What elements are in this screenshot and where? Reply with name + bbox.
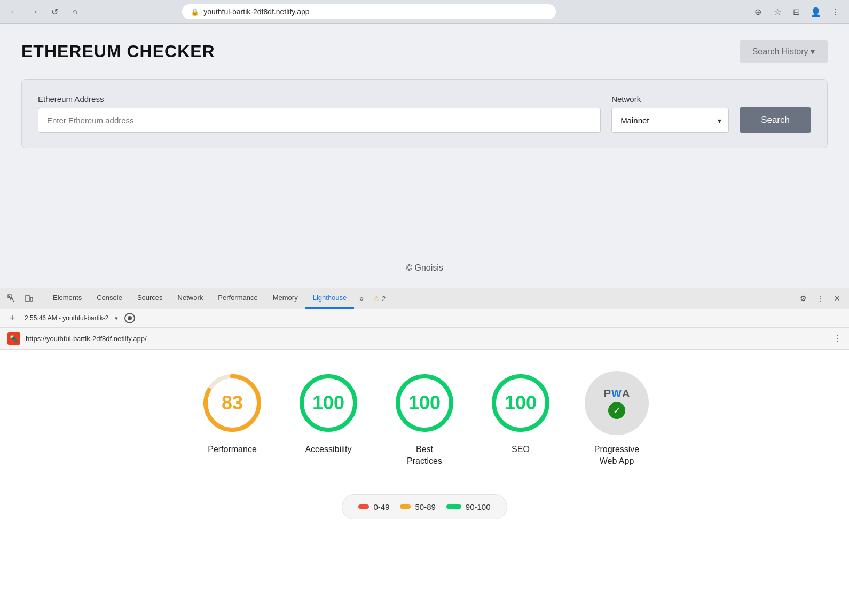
score-item-seo: 100 SEO — [489, 371, 553, 455]
legend-orange-dot — [400, 504, 411, 509]
svg-rect-2 — [30, 297, 33, 301]
form-row: Ethereum Address Network Mainnet Ropsten… — [38, 94, 811, 133]
lock-icon: 🔒 — [191, 8, 199, 16]
report-dropdown-button[interactable]: ▾ — [115, 315, 118, 322]
pwa-a-letter: A — [622, 388, 630, 400]
devtools-content-wrapper: 83 Performance 100 Accessibility — [0, 350, 849, 616]
search-history-button[interactable]: Search History ▾ — [740, 40, 828, 63]
more-tabs-button[interactable]: » — [354, 290, 369, 307]
tab-network[interactable]: Network — [170, 288, 211, 309]
network-field-group: Network Mainnet Ropsten Rinkeby Goerli — [611, 94, 729, 133]
warning-icon: ⚠ — [373, 295, 380, 303]
settings-button[interactable]: ⚙ — [796, 291, 811, 306]
scores-row: 83 Performance 100 Accessibility — [32, 371, 817, 468]
pwa-circle: P W A ✓ — [585, 371, 649, 435]
audited-url: https://youthful-bartik-2df8df.netlify.a… — [26, 335, 147, 343]
browser-actions: ⊕ ☆ ⊟ 👤 ⋮ — [751, 4, 843, 19]
svg-rect-1 — [25, 296, 30, 301]
bookmark-button[interactable]: ☆ — [770, 4, 785, 19]
legend-red-dot — [358, 504, 369, 509]
score-item-pwa: P W A ✓ ProgressiveWeb App — [585, 371, 649, 468]
seo-label: SEO — [512, 444, 530, 455]
devtools-right-icons: ⚙ ⋮ ✕ — [796, 291, 845, 306]
tab-console[interactable]: Console — [89, 288, 130, 309]
tab-performance[interactable]: Performance — [210, 288, 265, 309]
warning-count: 2 — [382, 295, 386, 303]
seo-score: 100 — [505, 392, 537, 414]
pwa-label: ProgressiveWeb App — [594, 444, 639, 468]
performance-circle: 83 — [200, 371, 264, 435]
devtools-warnings: ⚠ 2 — [369, 295, 390, 303]
device-toggle-button[interactable] — [21, 291, 36, 306]
score-item-accessibility: 100 Accessibility — [296, 371, 360, 455]
pwa-p-letter: P — [604, 388, 611, 400]
cancel-button[interactable] — [124, 313, 135, 323]
lighthouse-icon-text: 🔦 — [10, 335, 18, 343]
address-label: Ethereum Address — [38, 94, 601, 104]
network-select-wrapper: Mainnet Ropsten Rinkeby Goerli — [611, 108, 729, 133]
devtools-sub-toolbar: + 2:55:46 AM - youthful-bartik-2 ▾ — [0, 309, 849, 328]
address-field-group: Ethereum Address — [38, 94, 601, 133]
legend-green-dot — [446, 504, 461, 509]
accessibility-label: Accessibility — [305, 444, 351, 455]
url-text: youthful-bartik-2df8df.netlify.app — [203, 7, 309, 16]
legend-red-range: 0-49 — [373, 502, 389, 511]
back-button[interactable]: ← — [6, 4, 21, 19]
address-bar[interactable]: 🔒 youthful-bartik-2df8df.netlify.app — [182, 4, 556, 19]
score-item-performance: 83 Performance — [200, 371, 264, 455]
tab-memory[interactable]: Memory — [265, 288, 305, 309]
legend-orange: 50-89 — [400, 502, 435, 511]
reload-button[interactable]: ↺ — [47, 4, 62, 19]
gnosis-credit: © Gnoisis — [0, 248, 849, 288]
legend-red: 0-49 — [358, 502, 389, 511]
search-button[interactable]: Search — [740, 107, 811, 133]
best-practices-score: 100 — [408, 392, 441, 414]
more-button[interactable]: ⋮ — [828, 4, 843, 19]
inspect-element-button[interactable] — [4, 291, 19, 306]
home-button[interactable]: ⌂ — [67, 4, 82, 19]
legend-container: 0-49 50-89 90-100 — [32, 494, 817, 519]
forward-button[interactable]: → — [27, 4, 42, 19]
devtools-tabs: Elements Console Sources Network Perform… — [0, 288, 849, 309]
gnosis-text: © Gnoisis — [406, 263, 443, 272]
add-report-button[interactable]: + — [6, 312, 18, 324]
lighthouse-results: 83 Performance 100 Accessibility — [0, 350, 849, 616]
pwa-w-letter: W — [611, 388, 622, 400]
network-select[interactable]: Mainnet Ropsten Rinkeby Goerli — [611, 108, 729, 133]
app-title: ETHEREUM CHECKER — [21, 42, 215, 61]
report-timestamp: 2:55:46 AM - youthful-bartik-2 — [25, 314, 108, 322]
devtools-url-bar: 🔦 https://youthful-bartik-2df8df.netlify… — [0, 328, 849, 350]
devtools-more-button[interactable]: ⋮ — [813, 291, 828, 306]
best-practices-circle: 100 — [392, 371, 457, 435]
score-item-best-practices: 100 BestPractices — [392, 371, 457, 468]
browser-chrome: ← → ↺ ⌂ 🔒 youthful-bartik-2df8df.netlify… — [0, 0, 849, 24]
performance-label: Performance — [208, 444, 257, 455]
tab-elements[interactable]: Elements — [45, 288, 89, 309]
performance-score: 83 — [222, 392, 243, 414]
devtools-tool-icons — [4, 291, 41, 306]
lighthouse-icon: 🔦 — [7, 332, 20, 345]
close-devtools-button[interactable]: ✕ — [830, 291, 845, 306]
legend-green-range: 90-100 — [466, 502, 491, 511]
address-input[interactable] — [38, 108, 601, 133]
url-bar-more-button[interactable]: ⋮ — [833, 334, 842, 344]
seo-circle: 100 — [489, 371, 553, 435]
legend-pill: 0-49 50-89 90-100 — [342, 494, 507, 519]
add-tab-button[interactable]: ⊕ — [751, 4, 766, 19]
app-header: ETHEREUM CHECKER Search History ▾ — [21, 40, 828, 63]
tab-lighthouse[interactable]: Lighthouse — [305, 288, 355, 309]
network-label: Network — [611, 94, 729, 104]
devtools-panel: Elements Console Sources Network Perform… — [0, 288, 849, 616]
cast-button[interactable]: ⊟ — [789, 4, 804, 19]
legend-green: 90-100 — [446, 502, 491, 511]
pwa-checkmark: ✓ — [608, 402, 625, 419]
legend-orange-range: 50-89 — [415, 502, 435, 511]
accessibility-score: 100 — [312, 392, 344, 414]
tab-sources[interactable]: Sources — [130, 288, 170, 309]
app-container: ETHEREUM CHECKER Search History ▾ Ethere… — [0, 24, 849, 248]
search-form-card: Ethereum Address Network Mainnet Ropsten… — [21, 79, 828, 148]
best-practices-label: BestPractices — [407, 444, 442, 468]
accessibility-circle: 100 — [296, 371, 360, 435]
profile-button[interactable]: 👤 — [808, 4, 823, 19]
